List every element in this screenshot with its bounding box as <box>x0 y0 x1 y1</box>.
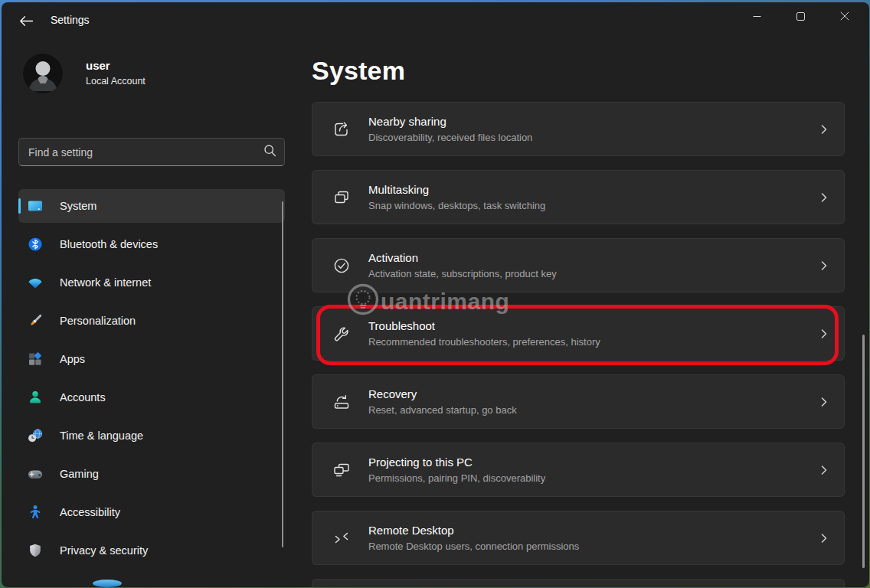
troubleshoot-wrench-icon <box>332 325 351 343</box>
card-text: Troubleshoot Recommended troubleshooters… <box>368 318 818 348</box>
profile-name: user <box>86 59 146 73</box>
avatar <box>23 54 63 93</box>
card-subtitle: Discoverability, received files location <box>368 131 818 144</box>
windows-update-icon-partial <box>93 580 122 587</box>
wifi-icon <box>28 275 43 290</box>
close-icon <box>840 11 849 23</box>
card-text: Remote Desktop Remote Desktop users, con… <box>368 523 818 553</box>
globe-clock-icon <box>28 428 43 443</box>
chevron-right-icon <box>818 260 830 272</box>
remote-desktop-icon <box>332 529 351 547</box>
card-title: Activation <box>368 250 818 265</box>
card-nearby-sharing[interactable]: Nearby sharing Discoverability, received… <box>312 102 845 156</box>
sidebar-item-accounts[interactable]: Accounts <box>18 381 285 414</box>
card-subtitle: Remote Desktop users, connection permiss… <box>368 540 818 553</box>
card-subtitle: Permissions, pairing PIN, discoverabilit… <box>368 472 818 485</box>
chevron-right-icon <box>818 532 830 544</box>
sidebar-nav: System Bluetooth & devices Network & int… <box>18 189 285 572</box>
card-text: Nearby sharing Discoverability, received… <box>368 114 818 144</box>
card-subtitle: Snap windows, desktops, task switching <box>368 199 818 212</box>
sidebar-item-bluetooth-devices[interactable]: Bluetooth & devices <box>18 227 285 261</box>
main-scrollbar[interactable] <box>862 335 865 568</box>
recovery-icon <box>332 393 351 411</box>
back-arrow-icon <box>19 15 34 29</box>
chevron-right-icon <box>818 396 830 408</box>
user-profile[interactable]: user Local Account <box>23 54 146 93</box>
window-title: Settings <box>51 2 90 39</box>
back-button[interactable] <box>14 13 38 31</box>
nearby-sharing-icon <box>332 120 351 139</box>
sidebar-item-label: Accounts <box>60 391 106 403</box>
sidebar-item-apps[interactable]: Apps <box>18 342 285 376</box>
card-text: Projecting to this PC Permissions, pairi… <box>368 455 818 485</box>
card-activation[interactable]: Activation Activation state, subscriptio… <box>312 238 845 292</box>
sidebar-item-label: Apps <box>60 353 85 365</box>
window-controls <box>735 2 866 33</box>
settings-window: Settings user Local Account <box>2 2 869 587</box>
sidebar-item-label: Network & internet <box>60 276 151 289</box>
titlebar: Settings <box>2 2 869 39</box>
sidebar-item-label: Privacy & security <box>60 544 148 557</box>
search-icon <box>263 144 276 160</box>
card-text: Multitasking Snap windows, desktops, tas… <box>368 182 818 212</box>
chevron-right-icon <box>818 464 830 476</box>
multitasking-icon <box>332 188 351 207</box>
card-multitasking[interactable]: Multitasking Snap windows, desktops, tas… <box>312 170 845 224</box>
card-subtitle: Reset, advanced startup, go back <box>368 403 818 416</box>
sidebar-item-label: Bluetooth & devices <box>60 238 158 250</box>
sidebar-item-label: Gaming <box>60 468 99 480</box>
sidebar-item-label: Time & language <box>60 430 143 442</box>
sidebar-item-time-language[interactable]: Time & language <box>18 419 285 452</box>
card-title: Remote Desktop <box>368 523 818 537</box>
card-title: Projecting to this PC <box>368 455 818 469</box>
card-projecting-to-this-pc[interactable]: Projecting to this PC Permissions, pairi… <box>312 443 845 497</box>
search-box <box>18 138 285 166</box>
projecting-icon <box>332 461 351 479</box>
search-input[interactable] <box>28 146 263 158</box>
system-icon <box>28 198 43 214</box>
card-title: Nearby sharing <box>368 114 818 129</box>
shield-icon <box>28 543 43 558</box>
card-text: Recovery Reset, advanced startup, go bac… <box>368 387 818 416</box>
sidebar-item-network-internet[interactable]: Network & internet <box>18 266 285 299</box>
profile-text: user Local Account <box>86 59 146 88</box>
activation-icon <box>332 256 351 275</box>
card-remote-desktop[interactable]: Remote Desktop Remote Desktop users, con… <box>312 511 845 565</box>
person-icon <box>28 390 43 405</box>
maximize-button[interactable] <box>779 2 823 31</box>
apps-icon <box>28 351 43 367</box>
settings-card-list: Nearby sharing Discoverability, received… <box>312 102 845 587</box>
sidebar-item-privacy-security[interactable]: Privacy & security <box>18 534 285 567</box>
accessibility-icon <box>28 505 43 520</box>
card-title: Recovery <box>368 387 818 401</box>
selected-indicator <box>18 198 21 214</box>
maximize-icon <box>796 11 805 23</box>
bluetooth-icon <box>28 237 43 252</box>
card-recovery[interactable]: Recovery Reset, advanced startup, go bac… <box>312 374 845 429</box>
sidebar-item-system[interactable]: System <box>18 189 285 223</box>
sidebar-item-gaming[interactable]: Gaming <box>18 457 285 491</box>
card-subtitle: Activation state, subscriptions, product… <box>368 267 818 280</box>
card-text: Activation Activation state, subscriptio… <box>368 250 818 280</box>
paintbrush-icon <box>28 313 43 328</box>
sidebar-item-label: System <box>60 200 96 212</box>
card-title: Multitasking <box>368 182 818 197</box>
sidebar-item-label: Accessibility <box>60 506 120 518</box>
page-title: System <box>312 56 405 86</box>
sidebar-scrollbar[interactable] <box>282 201 283 547</box>
chevron-right-icon <box>818 123 830 136</box>
profile-account-type: Local Account <box>86 75 146 88</box>
sidebar-item-label: Personalization <box>60 315 136 327</box>
minimize-icon <box>753 11 761 23</box>
card-title: Troubleshoot <box>368 318 818 333</box>
close-button[interactable] <box>823 2 866 31</box>
minimize-button[interactable] <box>735 2 779 31</box>
chevron-right-icon <box>818 191 830 204</box>
card-partial-next[interactable] <box>312 579 845 587</box>
sidebar-item-personalization[interactable]: Personalization <box>18 304 285 338</box>
card-troubleshoot[interactable]: Troubleshoot Recommended troubleshooters… <box>312 306 845 361</box>
card-subtitle: Recommended troubleshooters, preferences… <box>368 335 818 348</box>
gamepad-icon <box>28 466 43 482</box>
sidebar-item-accessibility[interactable]: Accessibility <box>18 495 285 529</box>
chevron-right-icon <box>818 328 830 340</box>
